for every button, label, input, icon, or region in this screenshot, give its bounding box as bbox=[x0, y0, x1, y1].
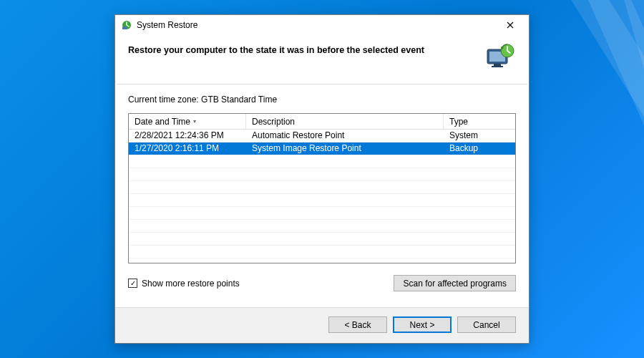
checkbox-box: ✓ bbox=[128, 279, 137, 288]
show-more-checkbox[interactable]: ✓ Show more restore points bbox=[128, 279, 240, 289]
table-header: Date and Time ▾ Description Type bbox=[129, 114, 515, 130]
table-row[interactable]: 2/28/2021 12:24:36 PM Automatic Restore … bbox=[129, 130, 515, 142]
svg-rect-1 bbox=[122, 26, 127, 29]
close-icon bbox=[507, 21, 514, 29]
cell-date: 1/27/2020 2:16:11 PM bbox=[129, 142, 246, 155]
cancel-button[interactable]: Cancel bbox=[457, 316, 516, 333]
cell-type: Backup bbox=[444, 142, 515, 155]
column-label: Type bbox=[449, 117, 468, 127]
cell-type: System bbox=[444, 130, 515, 142]
dialog-footer: < Back Next > Cancel bbox=[115, 307, 529, 343]
column-label: Description bbox=[252, 117, 295, 127]
cell-description: Automatic Restore Point bbox=[246, 130, 444, 142]
table-row bbox=[129, 233, 515, 246]
table-row bbox=[129, 168, 515, 181]
close-button[interactable] bbox=[496, 16, 525, 34]
timezone-label: Current time zone: GTB Standard Time bbox=[128, 95, 516, 105]
checkbox-label: Show more restore points bbox=[142, 279, 240, 289]
sort-indicator-icon: ▾ bbox=[193, 118, 196, 125]
column-header-date[interactable]: Date and Time ▾ bbox=[129, 114, 246, 129]
column-header-type[interactable]: Type bbox=[444, 114, 515, 129]
window-title: System Restore bbox=[137, 20, 197, 30]
checkmark-icon: ✓ bbox=[130, 280, 136, 287]
column-header-description[interactable]: Description bbox=[246, 114, 444, 129]
column-label: Date and Time bbox=[135, 117, 190, 127]
cell-date: 2/28/2021 12:24:36 PM bbox=[129, 130, 246, 142]
cell-description: System Image Restore Point bbox=[246, 142, 444, 155]
header-band: Restore your computer to the state it wa… bbox=[115, 35, 529, 84]
system-restore-icon bbox=[121, 19, 132, 31]
below-table-row: ✓ Show more restore points Scan for affe… bbox=[128, 275, 516, 291]
svg-rect-5 bbox=[492, 66, 503, 67]
table-row[interactable]: 1/27/2020 2:16:11 PM System Image Restor… bbox=[129, 142, 515, 155]
system-restore-dialog: System Restore Restore your computer to … bbox=[114, 14, 530, 344]
table-row bbox=[129, 246, 515, 258]
table-row bbox=[129, 220, 515, 233]
scan-affected-button[interactable]: Scan for affected programs bbox=[394, 275, 516, 291]
next-button[interactable]: Next > bbox=[393, 316, 452, 333]
restore-points-table: Date and Time ▾ Description Type 2/28/20… bbox=[128, 113, 516, 263]
table-row bbox=[129, 181, 515, 194]
table-row bbox=[129, 194, 515, 207]
dialog-body: Current time zone: GTB Standard Time Dat… bbox=[115, 84, 529, 307]
table-body: 2/28/2021 12:24:36 PM Automatic Restore … bbox=[129, 130, 515, 263]
svg-rect-4 bbox=[494, 64, 501, 66]
back-button[interactable]: < Back bbox=[328, 316, 387, 333]
table-row bbox=[129, 207, 515, 220]
restore-monitor-icon bbox=[484, 42, 516, 74]
page-heading: Restore your computer to the state it wa… bbox=[128, 42, 476, 55]
table-row bbox=[129, 155, 515, 168]
titlebar[interactable]: System Restore bbox=[115, 15, 529, 35]
